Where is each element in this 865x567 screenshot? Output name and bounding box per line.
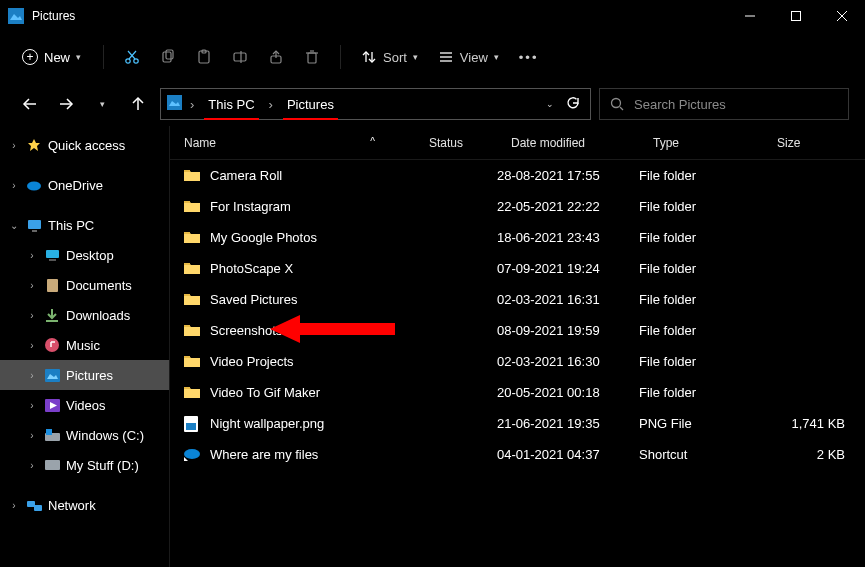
file-date: 21-06-2021 19:35 xyxy=(497,416,639,431)
svg-rect-57 xyxy=(184,325,190,327)
file-date: 02-03-2021 16:31 xyxy=(497,292,639,307)
paste-button[interactable] xyxy=(188,40,220,74)
sidebar-item-quick-access[interactable]: › Quick access xyxy=(0,130,169,160)
sidebar: › Quick access › OneDrive ⌄ This PC › De… xyxy=(0,126,170,567)
sidebar-item-onedrive[interactable]: › OneDrive xyxy=(0,170,169,200)
sidebar-item-label: Videos xyxy=(66,398,106,413)
svg-rect-11 xyxy=(166,50,173,59)
svg-rect-55 xyxy=(184,263,190,265)
file-name: My Google Photos xyxy=(210,230,317,245)
share-button[interactable] xyxy=(260,40,292,74)
column-label: Date modified xyxy=(511,136,585,150)
file-row[interactable]: Saved Pictures02-03-2021 16:31File folde… xyxy=(170,284,865,315)
folder-icon xyxy=(184,168,200,184)
column-header-status[interactable]: Status xyxy=(415,136,497,150)
column-header-name[interactable]: Name ^ xyxy=(170,136,415,150)
file-row[interactable]: Where are my files04-01-2021 04:37Shortc… xyxy=(170,439,865,470)
sidebar-item-my-stuff-d[interactable]: › My Stuff (D:) xyxy=(0,450,169,480)
back-button[interactable] xyxy=(16,90,44,118)
file-pane: Name ^ Status Date modified Type Size Ca… xyxy=(170,126,865,567)
view-icon xyxy=(438,49,454,65)
sidebar-item-pictures[interactable]: › Pictures xyxy=(0,360,169,390)
chevron-right-icon: › xyxy=(190,97,194,112)
file-row[interactable]: Video To Gif Maker20-05-2021 00:18File f… xyxy=(170,377,865,408)
chevron-right-icon: › xyxy=(269,97,273,112)
chevron-down-icon: ▾ xyxy=(494,52,499,62)
file-name: PhotoScape X xyxy=(210,261,293,276)
address-bar[interactable]: › This PC › Pictures ⌄ xyxy=(160,88,591,120)
svg-rect-52 xyxy=(184,170,190,172)
sidebar-item-label: Windows (C:) xyxy=(66,428,144,443)
file-row[interactable]: Camera Roll28-08-2021 17:55File folder xyxy=(170,160,865,191)
view-button[interactable]: View ▾ xyxy=(430,40,507,74)
column-header-size[interactable]: Size xyxy=(763,136,865,150)
more-button[interactable]: ••• xyxy=(511,40,547,74)
column-header-date[interactable]: Date modified xyxy=(497,136,639,150)
window-title: Pictures xyxy=(32,9,727,23)
delete-button[interactable] xyxy=(296,40,328,74)
svg-rect-51 xyxy=(34,505,42,511)
sidebar-item-downloads[interactable]: › Downloads xyxy=(0,300,169,330)
maximize-button[interactable] xyxy=(773,0,819,32)
minimize-button[interactable] xyxy=(727,0,773,32)
toolbar: + New ▾ Sort ▾ View ▾ ••• xyxy=(0,32,865,82)
file-date: 07-09-2021 19:24 xyxy=(497,261,639,276)
chevron-down-icon: ▾ xyxy=(76,52,81,62)
sidebar-item-this-pc[interactable]: ⌄ This PC xyxy=(0,210,169,240)
sidebar-item-videos[interactable]: › Videos xyxy=(0,390,169,420)
file-row[interactable]: Screenshots08-09-2021 19:59File folder xyxy=(170,315,865,346)
file-type: File folder xyxy=(639,230,763,245)
file-date: 28-08-2021 17:55 xyxy=(497,168,639,183)
search-input[interactable]: Search Pictures xyxy=(599,88,849,120)
new-button[interactable]: + New ▾ xyxy=(16,40,91,74)
column-label: Name xyxy=(184,136,216,150)
svg-rect-43 xyxy=(45,369,60,382)
file-date: 04-01-2021 04:37 xyxy=(497,447,639,462)
file-date: 02-03-2021 16:30 xyxy=(497,354,639,369)
search-icon xyxy=(610,97,624,111)
sidebar-item-windows-c[interactable]: › Windows (C:) xyxy=(0,420,169,450)
file-date: 20-05-2021 00:18 xyxy=(497,385,639,400)
svg-rect-54 xyxy=(184,232,190,234)
cut-button[interactable] xyxy=(116,40,148,74)
up-button[interactable] xyxy=(124,90,152,118)
file-row[interactable]: My Google Photos18-06-2021 23:43File fol… xyxy=(170,222,865,253)
sort-button[interactable]: Sort ▾ xyxy=(353,40,426,74)
titlebar: Pictures xyxy=(0,0,865,32)
png-icon xyxy=(184,416,200,432)
file-type: File folder xyxy=(639,168,763,183)
column-header-type[interactable]: Type xyxy=(639,136,763,150)
rename-button[interactable] xyxy=(224,40,256,74)
history-dropdown[interactable]: ▾ xyxy=(88,90,116,118)
network-icon xyxy=(26,497,42,513)
file-type: File folder xyxy=(639,292,763,307)
breadcrumb-label: Pictures xyxy=(287,97,334,112)
breadcrumb-pictures[interactable]: Pictures xyxy=(281,95,340,114)
refresh-button[interactable] xyxy=(566,96,580,113)
sidebar-item-network[interactable]: › Network xyxy=(0,490,169,520)
svg-rect-10 xyxy=(163,52,171,62)
file-name: Saved Pictures xyxy=(210,292,297,307)
file-row[interactable]: Night wallpaper.png21-06-2021 19:35PNG F… xyxy=(170,408,865,439)
forward-button[interactable] xyxy=(52,90,80,118)
address-dropdown[interactable]: ⌄ xyxy=(546,99,554,109)
sidebar-item-label: Quick access xyxy=(48,138,125,153)
file-row[interactable]: PhotoScape X07-09-2021 19:24File folder xyxy=(170,253,865,284)
close-button[interactable] xyxy=(819,0,865,32)
svg-rect-48 xyxy=(46,429,52,435)
sidebar-item-documents[interactable]: › Documents xyxy=(0,270,169,300)
copy-button[interactable] xyxy=(152,40,184,74)
file-type: File folder xyxy=(639,199,763,214)
svg-rect-3 xyxy=(792,12,801,21)
svg-point-31 xyxy=(612,99,621,108)
sidebar-item-desktop[interactable]: › Desktop xyxy=(0,240,169,270)
file-name: Screenshots xyxy=(210,323,282,338)
sidebar-item-music[interactable]: › Music xyxy=(0,330,169,360)
breadcrumb-this-pc[interactable]: This PC xyxy=(202,95,260,114)
svg-rect-53 xyxy=(184,201,190,203)
file-row[interactable]: Video Projects02-03-2021 16:30File folde… xyxy=(170,346,865,377)
svg-marker-33 xyxy=(28,139,40,151)
file-row[interactable]: For Instagram22-05-2021 22:22File folder xyxy=(170,191,865,222)
file-type: File folder xyxy=(639,354,763,369)
chevron-right-icon: › xyxy=(8,140,20,151)
